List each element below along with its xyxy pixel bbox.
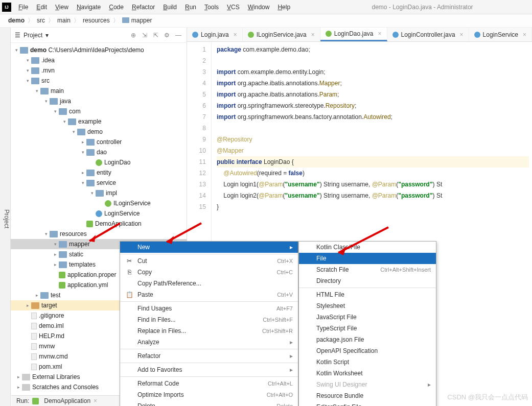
menu-item[interactable]: EditorConfig File bbox=[299, 401, 436, 406]
chevron-down-icon[interactable]: ▾ bbox=[45, 32, 49, 39]
menu-item[interactable]: 📋PasteCtrl+V bbox=[120, 289, 298, 300]
menu-item[interactable]: Add to Favorites▸ bbox=[120, 364, 298, 375]
menu-item[interactable]: New▸ bbox=[120, 242, 298, 253]
watermark: CSDN @我只会一点点代码 bbox=[447, 393, 528, 402]
menu-item[interactable]: Analyze▸ bbox=[120, 337, 298, 348]
menu-item[interactable]: Scratch FileCtrl+Alt+Shift+Insert bbox=[299, 264, 436, 275]
window-title: demo - LoginDao.java - Administrator bbox=[352, 4, 473, 11]
tree-node[interactable]: ▾dao bbox=[11, 147, 187, 157]
context-menu[interactable]: New▸✂CutCtrl+X⎘CopyCtrl+CCopy Path/Refer… bbox=[120, 241, 298, 406]
run-label: Run: bbox=[16, 397, 29, 404]
menu-navigate[interactable]: Navigate bbox=[73, 2, 105, 12]
menu-view[interactable]: View bbox=[51, 2, 73, 12]
menu-vcs[interactable]: VCS bbox=[223, 2, 244, 12]
breadcrumb-item[interactable]: src bbox=[34, 16, 48, 25]
editor-tab[interactable]: LoginService× bbox=[469, 28, 532, 41]
menu-item[interactable]: JavaScript File bbox=[299, 312, 436, 323]
app-icon: IJ bbox=[2, 3, 11, 12]
hide-icon[interactable]: — bbox=[174, 31, 182, 39]
breadcrumb-item[interactable]: mapper bbox=[119, 16, 155, 25]
menu-file[interactable]: File bbox=[14, 2, 32, 12]
run-config: DemoApplication bbox=[44, 397, 90, 404]
close-icon[interactable]: × bbox=[523, 31, 526, 38]
menu-item[interactable]: Replace in Files...Ctrl+Shift+R bbox=[120, 325, 298, 337]
menu-refactor[interactable]: Refactor bbox=[128, 2, 159, 12]
project-title[interactable]: Project bbox=[24, 32, 42, 39]
menu-help[interactable]: Help bbox=[273, 2, 294, 12]
breadcrumb-bar: demo〉src〉main〉resources〉mapper bbox=[0, 14, 532, 28]
close-icon[interactable]: × bbox=[460, 31, 464, 38]
breadcrumb-item[interactable]: demo bbox=[5, 16, 28, 25]
tree-node[interactable]: ▾com bbox=[11, 106, 187, 116]
menu-item[interactable]: Delete...Delete bbox=[120, 400, 298, 406]
menu-run[interactable]: Run bbox=[181, 2, 200, 12]
menu-item[interactable]: Stylesheet bbox=[299, 300, 436, 312]
tree-node[interactable]: ▸controller bbox=[11, 137, 187, 147]
menu-window[interactable]: Window bbox=[244, 2, 274, 12]
breadcrumb-item[interactable]: resources bbox=[80, 16, 113, 25]
menu-item[interactable]: HTML File bbox=[299, 289, 436, 300]
editor-tab[interactable]: ILoginService.java× bbox=[243, 28, 320, 41]
editor-tabs: Login.java×ILoginService.java×LoginDao.j… bbox=[187, 28, 532, 42]
new-submenu[interactable]: Kotlin Class/FileFileScratch FileCtrl+Al… bbox=[298, 241, 436, 406]
menu-edit[interactable]: Edit bbox=[32, 2, 51, 12]
tree-node[interactable]: ▾.idea bbox=[11, 55, 187, 65]
breadcrumb-item[interactable]: main bbox=[54, 16, 74, 25]
tree-node[interactable]: ▾example bbox=[11, 116, 187, 127]
tree-node[interactable]: ▸entity bbox=[11, 168, 187, 178]
menu-item[interactable]: TypeScript File bbox=[299, 323, 436, 334]
close-icon[interactable]: × bbox=[378, 30, 382, 37]
select-open-file-icon[interactable]: ⊕ bbox=[129, 31, 137, 39]
tree-node[interactable]: ▾main bbox=[11, 86, 187, 96]
menu-item[interactable]: Directory bbox=[299, 275, 436, 286]
menu-item[interactable]: Optimize ImportsCtrl+Alt+O bbox=[120, 389, 298, 400]
tree-node[interactable]: ▾demo bbox=[11, 127, 187, 137]
tree-node[interactable]: ▾java bbox=[11, 96, 187, 106]
spring-icon bbox=[32, 398, 39, 404]
menu-item[interactable]: ✂CutCtrl+X bbox=[120, 255, 298, 267]
close-icon[interactable]: × bbox=[234, 31, 237, 38]
tree-node[interactable]: ILoginService bbox=[11, 198, 187, 208]
menu-item[interactable]: OpenAPI Specification bbox=[299, 345, 436, 356]
close-icon[interactable]: × bbox=[311, 31, 315, 38]
menu-item[interactable]: Kotlin Worksheet bbox=[299, 368, 436, 379]
menu-item[interactable]: Kotlin Script bbox=[299, 356, 436, 368]
settings-icon[interactable]: ⚙ bbox=[163, 31, 171, 39]
project-tool-tab[interactable]: Project bbox=[0, 28, 11, 406]
menu-item[interactable]: Refactor▸ bbox=[120, 350, 298, 362]
editor-tab[interactable]: Login.java× bbox=[187, 28, 243, 41]
editor-tab[interactable]: LoginDao.java× bbox=[320, 28, 387, 41]
menu-code[interactable]: Code bbox=[105, 2, 128, 12]
menu-build[interactable]: Build bbox=[159, 2, 181, 12]
editor-tab[interactable]: LoginController.java× bbox=[387, 28, 469, 41]
menu-item[interactable]: ⎘CopyCtrl+C bbox=[120, 267, 298, 278]
tree-node[interactable]: LoginService bbox=[11, 208, 187, 219]
collapse-all-icon[interactable]: ⇲ bbox=[141, 31, 149, 39]
tree-node[interactable]: ▾impl bbox=[11, 188, 187, 198]
menubar: IJ FileEditViewNavigateCodeRefactorBuild… bbox=[0, 0, 532, 14]
tree-node[interactable]: ▾src bbox=[11, 76, 187, 86]
project-combo-icon[interactable]: ☰ bbox=[15, 32, 20, 39]
menu-item[interactable]: Find UsagesAlt+F7 bbox=[120, 303, 298, 314]
tree-node[interactable]: ▾.mvn bbox=[11, 65, 187, 76]
menu-item: Swing UI Designer▸ bbox=[299, 379, 436, 390]
menu-item[interactable]: Copy Path/Reference... bbox=[120, 278, 298, 289]
tree-node[interactable]: LoginDao bbox=[11, 157, 187, 168]
expand-all-icon[interactable]: ⇱ bbox=[152, 31, 160, 39]
menu-item[interactable]: package.json File bbox=[299, 334, 436, 345]
close-icon[interactable]: × bbox=[94, 397, 97, 404]
menu-tools[interactable]: Tools bbox=[200, 2, 223, 12]
tree-node[interactable]: ▾service bbox=[11, 178, 187, 188]
menu-item[interactable]: Find in Files...Ctrl+Shift+F bbox=[120, 314, 298, 325]
menu-item[interactable]: Reformat CodeCtrl+Alt+L bbox=[120, 378, 298, 389]
menu-item[interactable]: Resource Bundle bbox=[299, 390, 436, 401]
